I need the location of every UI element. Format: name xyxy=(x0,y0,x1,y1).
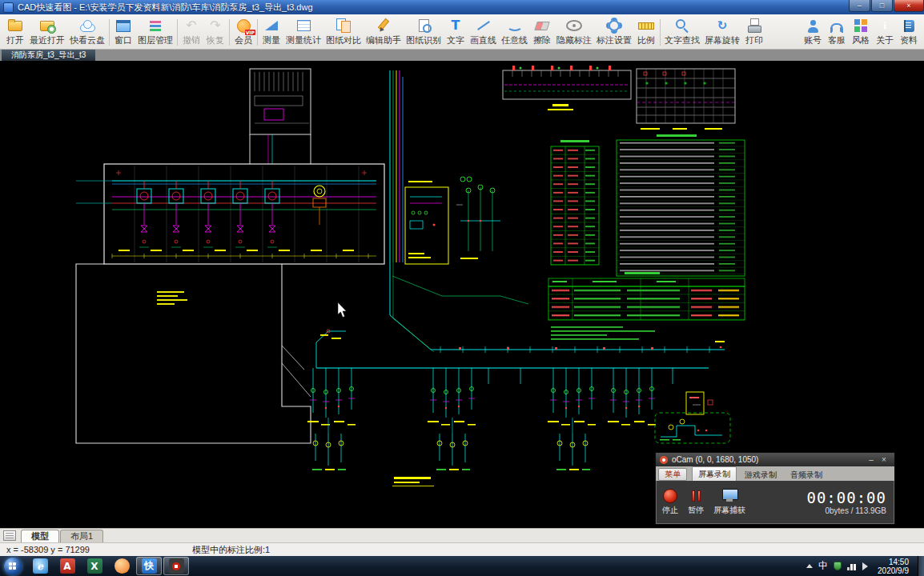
toolbar-button-compare[interactable]: 图纸对比 xyxy=(323,16,364,49)
window-title: CAD快速看图 - E:\安装学员下发资料新\消防\车库\消防泵房_t3_导出_… xyxy=(18,2,313,14)
pump-room-plan xyxy=(76,164,384,264)
toolbar-label: 客服 xyxy=(828,34,846,46)
toolbar-button-account[interactable]: 账号 xyxy=(801,16,825,49)
toolbar-button-line[interactable]: 画直线 xyxy=(468,16,499,49)
ocam-tab-menu[interactable]: 菜单 xyxy=(658,468,687,481)
taskbar-app-internet-explorer[interactable]: e xyxy=(27,557,53,575)
monitor-icon xyxy=(721,489,737,503)
toolbar-button-hide-annot[interactable]: 隐藏标注 xyxy=(554,16,594,49)
ocam-tab-game-record[interactable]: 游戏录制 xyxy=(739,470,782,481)
toolbar-button-redo[interactable]: ↷恢复 xyxy=(203,16,227,49)
toolbar-button-find[interactable]: 文字查找 xyxy=(662,16,702,49)
stop-icon xyxy=(663,489,677,503)
toolbar-button-docs[interactable]: 资料 xyxy=(897,16,921,49)
toolbar-button-open[interactable]: 打开 xyxy=(3,16,27,49)
ocam-app-icon xyxy=(660,456,668,464)
ocam-status: 00:00:00 0bytes / 113.9GB xyxy=(806,490,888,516)
clock[interactable]: 14:50 2020/9/9 xyxy=(878,558,912,575)
toolbar-button-text[interactable]: T文字 xyxy=(444,16,468,49)
sheet-list-icon[interactable] xyxy=(3,530,16,541)
toolbar-button-measure-stats[interactable]: 测量统计 xyxy=(283,16,323,49)
equipment-tables xyxy=(548,134,745,340)
toolbar-button-rotate[interactable]: ↻屏幕旋转 xyxy=(702,16,742,49)
minimize-button[interactable]: – xyxy=(849,0,870,12)
toolbar-button-style[interactable]: 风格 xyxy=(849,16,873,49)
cad-canvas[interactable]: oCam (0, 0, 1680, 1050) – × 菜单屏幕录制游戏录制音频… xyxy=(0,61,924,528)
toolbar-label: 标注设置 xyxy=(597,34,632,46)
toolbar-button-edit[interactable]: 编辑助手 xyxy=(364,16,404,49)
toolbar-button-freeline[interactable]: 任意线 xyxy=(499,16,530,49)
ocam-close-button[interactable]: × xyxy=(878,454,890,466)
taskbar-app-autocad[interactable]: A xyxy=(54,557,80,575)
ocam-tab-audio-record[interactable]: 音频录制 xyxy=(785,470,828,481)
document-tab[interactable]: 消防泵房_t3_导出_t3 xyxy=(2,50,95,61)
titlebar: CAD快速看图 - E:\安装学员下发资料新\消防\车库\消防泵房_t3_导出_… xyxy=(0,0,924,14)
account-icon xyxy=(803,17,822,34)
application-window: CAD快速看图 - E:\安装学员下发资料新\消防\车库\消防泵房_t3_导出_… xyxy=(0,0,924,576)
toolbar-label: 比例 xyxy=(637,34,655,46)
ime-indicator[interactable]: 中 xyxy=(818,559,828,573)
excel-icon: X xyxy=(87,558,102,574)
toolbar-button-vip[interactable]: VIP会员 xyxy=(231,16,255,49)
taskbar-app-excel[interactable]: X xyxy=(82,557,107,575)
about-icon: i xyxy=(875,17,894,34)
toolbar-button-about[interactable]: i关于 xyxy=(873,16,897,49)
toolbar-button-recent[interactable]: 最近打开 xyxy=(27,16,67,49)
cad-viewer-icon: 快 xyxy=(142,558,157,574)
taskbar-app-ocam[interactable] xyxy=(163,557,189,575)
toolbar-button-recognize[interactable]: 图纸识别 xyxy=(404,16,444,49)
toolbar-label: 快看云盘 xyxy=(70,34,105,46)
sheet-tabbar: 模型布局1 xyxy=(0,528,924,542)
volume-icon[interactable] xyxy=(862,562,872,570)
ocam-tabbar: 菜单屏幕录制游戏录制音频录制 xyxy=(656,466,894,481)
ocam-tab-screen-record[interactable]: 屏幕录制 xyxy=(692,466,737,481)
toolbar-separator xyxy=(229,19,230,46)
taskbar-app-cad-viewer[interactable]: 快 xyxy=(136,557,162,575)
toolbar-label: 编辑助手 xyxy=(366,34,401,46)
ocam-icon xyxy=(169,558,184,574)
ocam-stop-button[interactable]: 停止 xyxy=(662,489,678,516)
sheet-tab-layout1[interactable]: 布局1 xyxy=(60,530,103,542)
toolbar-button-measure[interactable]: 测量 xyxy=(259,16,283,49)
recording-size: 0bytes / 113.9GB xyxy=(806,506,886,516)
toolbar-button-print[interactable]: 打印 xyxy=(742,16,766,49)
maximize-button[interactable]: □ xyxy=(871,0,893,12)
start-button[interactable] xyxy=(4,558,22,575)
status-bar: x = -58309 y = 71299 模型中的标注比例:1 xyxy=(0,542,924,556)
note-text-left xyxy=(157,291,187,305)
ocam-body: 停止 暂停 屏幕捕获 00:00:00 0bytes / 113.9GB xyxy=(656,481,894,524)
ocam-minimize-button[interactable]: – xyxy=(865,454,878,466)
docs-icon xyxy=(899,17,918,34)
taskbar-app-media-player[interactable] xyxy=(109,557,135,575)
media-player-icon xyxy=(114,558,130,574)
toolbar-label: 账号 xyxy=(804,34,822,46)
line-icon xyxy=(474,17,493,34)
toolbar-button-support[interactable]: 客服 xyxy=(825,16,849,49)
toolbar-separator xyxy=(257,19,258,46)
pause-label: 暂停 xyxy=(688,505,704,516)
toolbar-label: 恢复 xyxy=(207,34,224,46)
toolbar-button-window[interactable]: 窗口 xyxy=(111,16,135,49)
tray-expand-icon[interactable] xyxy=(806,564,813,568)
toolbar-button-undo[interactable]: ↶撤销 xyxy=(179,16,203,49)
ocam-window: oCam (0, 0, 1680, 1050) – × 菜单屏幕录制游戏录制音频… xyxy=(655,452,895,525)
network-icon[interactable] xyxy=(847,562,857,570)
toolbar-button-layers[interactable]: 图层管理 xyxy=(135,16,175,49)
ocam-screen-capture-button[interactable]: 屏幕捕获 xyxy=(713,489,745,516)
hide-annot-icon xyxy=(564,17,584,34)
sheet-tab-model[interactable]: 模型 xyxy=(21,530,59,542)
vip-icon: VIP xyxy=(234,17,253,34)
ocam-titlebar[interactable]: oCam (0, 0, 1680, 1050) – × xyxy=(656,453,894,466)
close-button[interactable]: × xyxy=(894,0,924,12)
toolbar-button-scale[interactable]: 比例 xyxy=(634,16,658,49)
ocam-pause-button[interactable]: 暂停 xyxy=(688,489,704,516)
toolbar-separator xyxy=(109,19,110,46)
toolbar-button-cloud[interactable]: 快看云盘 xyxy=(67,16,107,49)
toolbar-button-annot-settings[interactable]: 标注设置 xyxy=(594,16,634,49)
toolbar-label: 窗口 xyxy=(114,34,132,46)
show-desktop-button[interactable] xyxy=(918,556,924,576)
security-tray-icon[interactable] xyxy=(834,562,842,570)
riser-bundle xyxy=(390,70,434,352)
toolbar-button-erase[interactable]: 擦除 xyxy=(530,16,554,49)
edit-icon xyxy=(374,17,393,34)
